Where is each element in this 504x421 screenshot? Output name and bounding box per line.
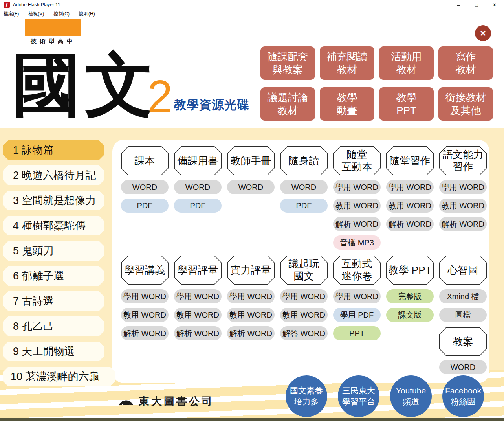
file-pill-gray[interactable]: 解析 WORD bbox=[174, 326, 222, 340]
file-pill-gray[interactable]: 學用 WORD bbox=[121, 289, 169, 303]
file-pill-gray[interactable]: WORD bbox=[174, 180, 222, 194]
resource-button[interactable]: 教學 PPT bbox=[386, 256, 434, 285]
category-button-5[interactable]: 教學動畫 bbox=[320, 87, 374, 121]
footer-link-label: 培力多 bbox=[294, 396, 319, 407]
file-pill-green[interactable]: PPT bbox=[333, 326, 381, 340]
close-button[interactable]: ✕ bbox=[475, 25, 491, 41]
category-button-2[interactable]: 活動用教材 bbox=[379, 46, 434, 80]
title-bar: f Adobe Flash Player 11 –□✕ bbox=[0, 0, 504, 9]
category-button-4[interactable]: 議題討論教材 bbox=[260, 87, 315, 121]
category-button-1[interactable]: 補充閱讀教材 bbox=[320, 46, 374, 80]
resource-button-label: 語文能力 bbox=[443, 149, 484, 161]
category-button-3[interactable]: 寫作教材 bbox=[438, 46, 493, 80]
sidebar-item-8[interactable]: 8 孔乙己 bbox=[3, 316, 104, 336]
file-pill-gray[interactable]: 解析 WORD bbox=[439, 217, 487, 231]
file-pill-gray[interactable]: 教用 WORD bbox=[386, 199, 434, 213]
file-pill-gray[interactable]: 解析 WORD bbox=[386, 217, 434, 231]
file-pill-gray[interactable]: 教用 WORD bbox=[174, 308, 222, 322]
sidebar-item-5[interactable]: 5 鬼頭刀 bbox=[3, 241, 104, 261]
menu-item-2[interactable]: 控制(C) bbox=[53, 11, 70, 17]
file-pill-green[interactable]: 課文版 bbox=[386, 308, 434, 322]
resource-button-label: 互動式 bbox=[342, 258, 372, 270]
footer-link-2[interactable]: Youtube頻道 bbox=[390, 375, 432, 417]
file-pill-gray[interactable]: 解析 WORD bbox=[333, 217, 381, 231]
file-pill-gray[interactable]: 學用 WORD bbox=[174, 289, 222, 303]
resource-button[interactable]: 語文能力習作 bbox=[439, 146, 487, 175]
file-pill-gray[interactable]: WORD bbox=[280, 180, 328, 194]
file-pill-label: 教用 WORD bbox=[229, 310, 272, 320]
file-pill-gray[interactable]: 解答 WORD bbox=[280, 326, 328, 340]
file-pill-blue[interactable]: PDF bbox=[174, 199, 222, 213]
main-area: 1 詠物篇2 晚遊六橋待月記3 空間就是想像力4 種樹郭橐駝傳5 鬼頭刀6 郁離… bbox=[0, 128, 504, 421]
resource-button[interactable]: 隨堂互動本 bbox=[333, 146, 381, 175]
sidebar-item-2[interactable]: 2 晚遊六橋待月記 bbox=[3, 165, 104, 185]
menu-item-0[interactable]: 檔案(F) bbox=[4, 11, 19, 17]
footer-link-0[interactable]: 國文素養培力多 bbox=[286, 375, 327, 417]
file-pill-gray[interactable]: 學用 WORD bbox=[333, 180, 381, 194]
file-pill-gray[interactable]: 學用 WORD bbox=[439, 180, 487, 194]
resource-column-3: 隨身讀WORDPDF bbox=[280, 146, 328, 213]
resource-button[interactable]: 互動式迷你卷 bbox=[333, 256, 381, 285]
resource-button[interactable]: 教案 bbox=[439, 327, 487, 356]
sidebar-item-9[interactable]: 9 天工開物選 bbox=[3, 342, 104, 361]
resource-button[interactable]: 隨堂習作 bbox=[386, 146, 434, 175]
sidebar-item-6[interactable]: 6 郁離子選 bbox=[3, 266, 104, 286]
file-pill-gray[interactable]: 教用 WORD bbox=[280, 308, 328, 322]
file-pill-blue[interactable]: PDF bbox=[121, 199, 169, 213]
sidebar-item-1[interactable]: 1 詠物篇 bbox=[3, 140, 104, 160]
resource-button[interactable]: 議起玩國文 bbox=[280, 256, 328, 285]
close-button[interactable]: ✕ bbox=[486, 0, 504, 9]
minimize-button[interactable]: – bbox=[449, 0, 467, 9]
file-pill-label: 教用 WORD bbox=[282, 310, 325, 320]
file-pill-label: 解析 WORD bbox=[442, 219, 484, 230]
file-pill-gray[interactable]: 學用 WORD bbox=[280, 289, 328, 303]
menu-item-3[interactable]: 說明(H) bbox=[79, 11, 95, 17]
file-pill-green[interactable]: 完整版 bbox=[386, 289, 434, 303]
file-pill-gray[interactable]: 教用 WORD bbox=[121, 308, 169, 322]
footer-link-3[interactable]: Facebook粉絲團 bbox=[442, 375, 484, 417]
sidebar-item-7[interactable]: 7 古詩選 bbox=[3, 291, 104, 311]
file-pill-gray[interactable]: 學用 WORD bbox=[227, 289, 275, 303]
sidebar-item-3[interactable]: 3 空間就是想像力 bbox=[3, 191, 104, 210]
file-pill-gray[interactable]: 解析 WORD bbox=[121, 326, 169, 340]
category-button-0[interactable]: 隨課配套與教案 bbox=[260, 46, 315, 80]
resource-button[interactable]: 學習評量 bbox=[174, 256, 222, 285]
resource-button[interactable]: 課本 bbox=[121, 146, 169, 175]
window-controls: –□✕ bbox=[449, 0, 504, 9]
file-pill-blue[interactable]: PDF bbox=[280, 199, 328, 213]
file-pill-blue[interactable]: 學用 PDF bbox=[333, 308, 381, 322]
file-pill-gray[interactable]: 圖檔 bbox=[439, 308, 487, 322]
resource-button[interactable]: 教師手冊 bbox=[227, 146, 275, 175]
file-pill-gray[interactable]: 解析 WORD bbox=[227, 326, 275, 340]
resource-button[interactable]: 實力評量 bbox=[227, 256, 275, 285]
file-pill-gray[interactable]: WORD bbox=[439, 360, 487, 374]
file-pill-label: 解析 WORD bbox=[229, 328, 272, 339]
sidebar-item-4[interactable]: 4 種樹郭橐駝傳 bbox=[3, 216, 104, 235]
lesson-label: 2 晚遊六橋待月記 bbox=[13, 168, 96, 182]
footer-link-1[interactable]: 三民東大學習平台 bbox=[338, 375, 379, 417]
file-pill-pink[interactable]: 音檔 MP3 bbox=[333, 235, 381, 250]
file-pill-gray[interactable]: Xmind 檔 bbox=[439, 289, 487, 303]
resource-button-label: 教案 bbox=[453, 336, 473, 348]
lesson-label: 9 天工開物選 bbox=[13, 344, 75, 358]
file-pill-gray[interactable]: WORD bbox=[121, 180, 169, 194]
resource-button[interactable]: 隨身讀 bbox=[280, 146, 328, 175]
resource-button[interactable]: 學習講義 bbox=[121, 256, 169, 285]
file-pill-gray[interactable]: 教用 WORD bbox=[227, 308, 275, 322]
file-pill-gray[interactable]: WORD bbox=[227, 180, 275, 194]
category-button-6[interactable]: 教學PPT bbox=[379, 87, 434, 121]
resource-button-label: 教師手冊 bbox=[231, 155, 271, 167]
file-pill-gray[interactable]: 教用 WORD bbox=[333, 199, 381, 213]
maximize-button[interactable]: □ bbox=[467, 0, 486, 9]
resource-column-2: 教師手冊WORD bbox=[227, 146, 275, 194]
file-pill-gray[interactable]: 學用 WORD bbox=[333, 289, 381, 303]
lesson-label: 3 空間就是想像力 bbox=[13, 193, 96, 208]
resource-button[interactable]: 心智圖 bbox=[439, 256, 487, 285]
resource-column-2: 實力評量學用 WORD教用 WORD解析 WORD bbox=[227, 256, 275, 340]
sidebar-item-10[interactable]: 10 荖濃溪畔的六龜 bbox=[3, 367, 115, 386]
menu-item-1[interactable]: 檢視(V) bbox=[28, 11, 44, 17]
category-button-7[interactable]: 銜接教材及其他 bbox=[438, 87, 493, 121]
file-pill-gray[interactable]: 教用 WORD bbox=[439, 199, 487, 213]
file-pill-gray[interactable]: 學用 WORD bbox=[386, 180, 434, 194]
resource-button[interactable]: 備課用書 bbox=[174, 146, 222, 175]
